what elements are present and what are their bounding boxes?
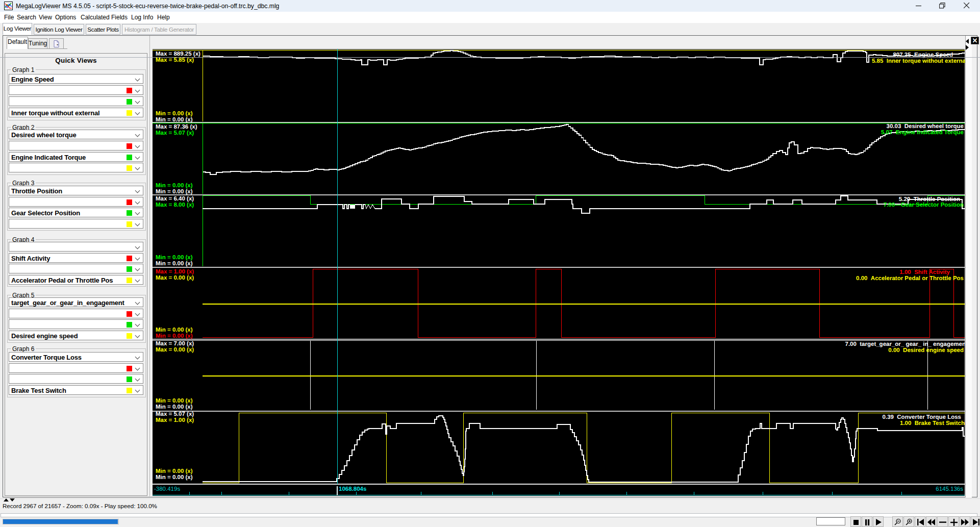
svg-text:Max = 5.85 (x): Max = 5.85 (x) [156,57,194,63]
svg-text:Max = 1.00 (x): Max = 1.00 (x) [156,269,194,275]
svg-text:0.39 Converter Torque Loss: 0.39 Converter Torque Loss [883,414,961,420]
svg-text:Max = 5.07 (x): Max = 5.07 (x) [156,130,194,136]
svg-text:0.00 Desired engine speed: 0.00 Desired engine speed [888,347,964,354]
svg-text:5.07 Engine Indicated Torque: 5.07 Engine Indicated Torque [881,130,964,136]
svg-text:-380.419s: -380.419s [154,486,180,492]
svg-text:Max = 87.36 (x): Max = 87.36 (x) [156,124,197,130]
svg-text:1068.804s: 1068.804s [339,486,366,492]
svg-text:7.00—Gear Selector Position: 7.00—Gear Selector Position [884,202,964,208]
svg-text:Max = 8.00 (x): Max = 8.00 (x) [156,202,194,208]
svg-text:Min = 0.00 (x): Min = 0.00 (x) [156,474,193,481]
svg-text:Min = 0.00 (x): Min = 0.00 (x) [156,255,193,261]
svg-text:Max = 7.00 (x): Max = 7.00 (x) [156,341,194,347]
svg-text:Max = 6.40 (x): Max = 6.40 (x) [156,196,194,202]
svg-text:Min = 0.00 (x): Min = 0.00 (x) [156,404,193,410]
svg-text:Min = 0.00 (x): Min = 0.00 (x) [156,468,193,474]
svg-text:Max = 889.25 (x): Max = 889.25 (x) [156,51,200,57]
svg-text:Max = 0.00 (x): Max = 0.00 (x) [156,275,194,281]
svg-text:Min = 0.00 (x): Min = 0.00 (x) [156,333,193,339]
svg-text:Max = 0.00 (x): Max = 0.00 (x) [156,347,194,353]
svg-text:Min = 0.00 (x): Min = 0.00 (x) [156,327,193,333]
svg-text:Min = 0.00 (x): Min = 0.00 (x) [156,398,193,404]
svg-text:30.03 Desired wheel torque: 30.03 Desired wheel torque [887,123,964,130]
svg-text:5.85 Inner torque without ext: 5.85 Inner torque without externa [872,58,966,64]
svg-text:7.00 target_gear_or_ gear_ in: 7.00 target_gear_or_ gear_ in_ engagemen [845,341,966,347]
svg-text:0.00 Accelerator Pedal or Thr: 0.00 Accelerator Pedal or Throttle Pos [856,275,964,282]
svg-text:Min = 0.00 (x): Min = 0.00 (x) [156,183,193,189]
svg-text:Max = 5.07 (x): Max = 5.07 (x) [156,411,194,417]
svg-text:1.00 Brake Test Switch: 1.00 Brake Test Switch [900,420,965,426]
svg-text:Min = 0.00 (x): Min = 0.00 (x) [156,111,193,117]
svg-text:Max = 1.00 (x): Max = 1.00 (x) [156,417,194,423]
svg-text:Min = 0.00 (x): Min = 0.00 (x) [156,117,193,123]
svg-text:Min = 0.00 (x): Min = 0.00 (x) [156,261,193,267]
svg-text:1.00 Shift Activity: 1.00 Shift Activity [899,269,950,275]
svg-text:6145.136s: 6145.136s [936,486,963,492]
svg-text:Min = 0.00 (x): Min = 0.00 (x) [156,189,193,195]
